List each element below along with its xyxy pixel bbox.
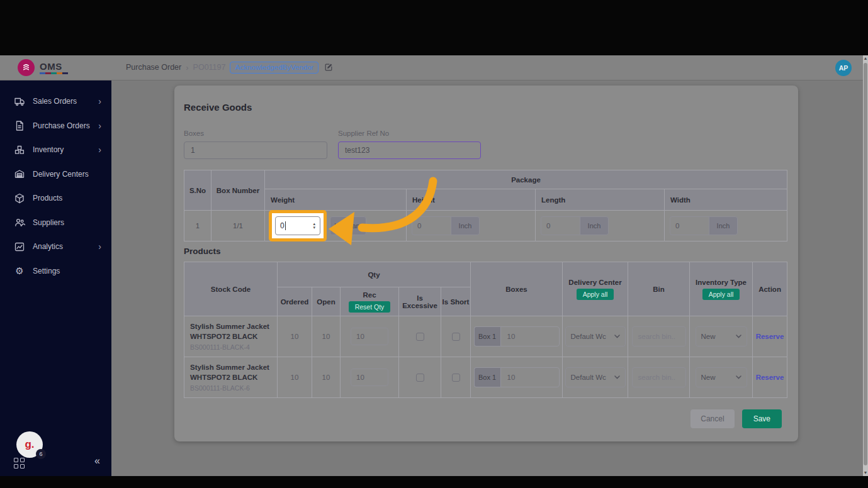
chevron-right-icon: › [98,97,101,106]
col-boxes: Boxes [471,262,563,316]
product-name: Stylish Summer JacketWHTSPOT2 BLACK [190,363,271,382]
boxes-input[interactable] [184,141,327,159]
spinner-down-icon: ▾ [313,226,315,230]
supplier-ref-label: Supplier Ref No [338,130,481,137]
bin-search-input[interactable] [632,326,686,347]
sidebar-item-label: Settings [33,267,60,275]
height-unit: Inch [451,216,480,235]
cube-icon [14,193,25,204]
sidebar-item-label: Suppliers [33,218,64,227]
sidebar-item-settings[interactable]: ⚙ Settings [0,259,111,284]
scroll-up-icon[interactable]: ▲ [863,55,868,62]
sidebar: Sales Orders › Purchase Orders › Invento… [0,80,111,476]
box-qty-input[interactable] [500,367,560,387]
sidebar-item-purchase-orders[interactable]: Purchase Orders › [0,114,111,138]
number-spinner[interactable]: ▴ ▾ [313,222,315,230]
sidebar-collapse-button[interactable]: « [94,455,100,467]
is-short-checkbox[interactable] [452,333,460,341]
height-input[interactable] [412,216,451,235]
chevron-right-icon: › [98,242,101,251]
delivery-center-select[interactable]: Default Wc [565,367,626,387]
inventory-type-select[interactable]: New [696,367,747,387]
reset-qty-button[interactable]: Reset Qty [349,301,391,313]
sidebar-item-delivery-centers[interactable]: Delivery Centers [0,162,111,187]
products-title: Products [184,247,221,256]
chevron-right-icon: › [98,121,101,130]
cancel-button[interactable]: Cancel [690,409,734,428]
length-input[interactable] [541,216,580,235]
product-name: Stylish Summer JacketWHTSPOT2 BLACK [190,322,271,341]
product-sku: BS000111-BLACK-4 [190,343,271,351]
main-content: Receive Goods Boxes Supplier Ref No S.No… [111,80,863,476]
text-caret [285,221,286,230]
logo-waves-icon [21,62,31,73]
sno-value: 1 [184,211,211,241]
breadcrumb-order-id: PO01197 [193,63,226,72]
boxes-icon [14,145,25,155]
edit-status-icon[interactable] [324,63,333,72]
product-row: Stylish Summer JacketWHTSPOT2 BLACK BS00… [184,357,787,398]
sidebar-item-label: Sales Orders [33,97,77,106]
col-is-excessive: Is Excessive [399,287,441,316]
user-avatar[interactable]: AP [835,60,852,76]
reserve-link[interactable]: Reserve [756,374,784,381]
logo-text: OMS [40,62,68,71]
col-sno: S.No [184,170,211,211]
col-box-number: Box Number [211,170,265,211]
rec-qty-input[interactable] [351,369,388,386]
col-stock-code: Stock Code [184,262,278,316]
delivery-center-select[interactable]: Default Wc [565,326,626,347]
weight-input[interactable]: 0 ▴ ▾ [275,216,320,235]
box-number-value: 1/1 [211,211,265,241]
scroll-down-icon[interactable]: ▼ [863,470,868,476]
document-icon [14,121,25,131]
open-qty: 10 [312,316,341,357]
supplier-ref-input[interactable] [338,141,481,159]
save-button[interactable]: Save [742,409,782,428]
top-letterbox-bar [0,0,868,55]
width-input[interactable] [670,216,709,235]
apply-all-inventory-button[interactable]: Apply all [702,289,740,300]
bottom-letterbox-bar [0,476,868,488]
rec-qty-input[interactable] [351,328,388,345]
breadcrumb-section[interactable]: Purchase Order [126,63,181,72]
is-excessive-checkbox[interactable] [416,374,424,382]
sidebar-item-label: Purchase Orders [33,121,90,130]
col-height: Height [407,189,536,211]
grid-menu-icon[interactable] [14,458,25,469]
chart-icon [14,242,25,252]
sidebar-item-products[interactable]: Products [0,186,111,211]
sidebar-item-analytics[interactable]: Analytics › [0,235,111,259]
sidebar-item-suppliers[interactable]: Suppliers [0,211,111,235]
col-is-short: Is Short [441,287,471,316]
app-logo[interactable]: OMS [18,59,68,76]
sidebar-item-inventory[interactable]: Inventory › [0,138,111,162]
sidebar-item-sales-orders[interactable]: Sales Orders › [0,89,111,114]
inventory-type-select[interactable]: New [696,326,747,347]
col-ordered: Ordered [278,287,312,316]
box-label: Box 1 [474,367,500,387]
reserve-link[interactable]: Reserve [756,333,784,340]
scrollbar-thumb[interactable] [864,63,867,465]
oms-logo-icon [18,59,35,76]
width-unit: Inch [709,216,738,235]
is-short-checkbox[interactable] [452,374,460,382]
col-package: Package [265,170,787,189]
apply-all-delivery-button[interactable]: Apply all [577,289,614,300]
sidebar-item-label: Inventory [33,145,64,154]
products-table: Stock Code Qty Boxes Delivery Center App… [184,262,787,398]
is-excessive-checkbox[interactable] [416,333,424,341]
product-sku: BS000111-BLACK-6 [190,384,271,392]
boxes-label: Boxes [184,130,327,137]
vertical-scrollbar[interactable]: ▲ ▼ [863,55,868,476]
col-qty: Qty [278,262,471,287]
box-qty-input[interactable] [500,326,560,347]
chat-badge: 6 [36,449,46,459]
bin-search-input[interactable] [632,367,686,387]
page-title: Receive Goods [184,102,252,113]
supplier-ref-field: Supplier Ref No [338,130,481,159]
chevron-right-icon: › [98,145,101,154]
chat-widget-button[interactable]: g. 6 [16,431,43,458]
sidebar-item-label: Products [33,194,62,202]
receive-goods-card: Receive Goods Boxes Supplier Ref No S.No… [174,86,798,441]
